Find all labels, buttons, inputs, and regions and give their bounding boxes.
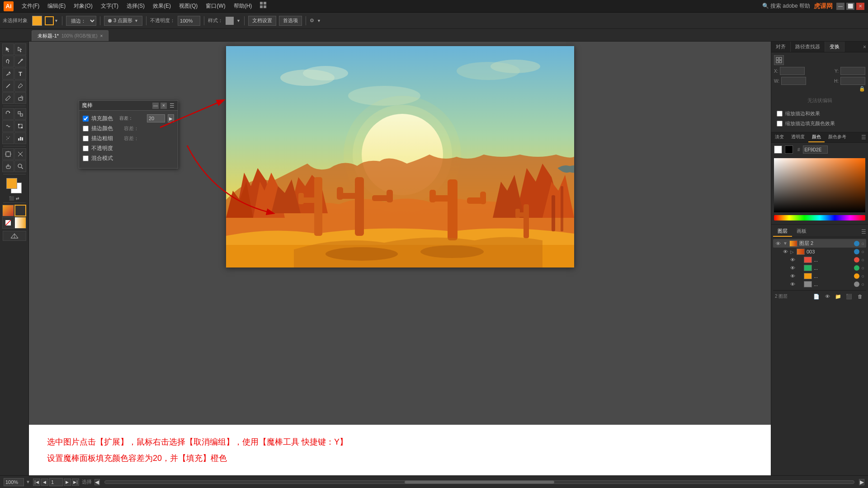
- color-dot-003[interactable]: [854, 249, 859, 254]
- fade-tab[interactable]: 淡变: [771, 132, 788, 142]
- gradient-fill-btn[interactable]: [14, 217, 26, 229]
- extra-arrow[interactable]: ▼: [317, 19, 321, 23]
- add-layer-btn[interactable]: 📄: [812, 292, 821, 300]
- eye-icon-sub3[interactable]: 👁: [789, 273, 796, 279]
- menu-select[interactable]: 选择(S): [123, 1, 148, 11]
- delete-layer-btn[interactable]: 🗑: [855, 292, 864, 300]
- menu-edit[interactable]: 编辑(E): [44, 1, 69, 11]
- perspective-grid-btn[interactable]: [3, 231, 26, 241]
- layer-item-layer2[interactable]: 👁 ▼ 图层 2 ○: [773, 239, 866, 248]
- align-tab[interactable]: 对齐: [771, 42, 791, 52]
- style-swatch[interactable]: [226, 17, 234, 25]
- page-prev-btn[interactable]: ◀: [41, 479, 48, 486]
- layer-target-btn[interactable]: ⬛: [844, 292, 854, 300]
- column-graph-tool[interactable]: [14, 132, 26, 144]
- pen-tool[interactable]: [2, 68, 14, 80]
- stroke-color-checkbox[interactable]: [83, 126, 89, 131]
- eye-icon-sub4[interactable]: 👁: [789, 281, 796, 287]
- artboard-tab[interactable]: 画板: [792, 226, 811, 237]
- eye-icon-layer2[interactable]: 👁: [775, 240, 781, 247]
- hex-input[interactable]: [803, 145, 828, 154]
- hand-tool[interactable]: [2, 160, 14, 172]
- line-tool[interactable]: [2, 80, 14, 92]
- black-swatch[interactable]: [785, 145, 793, 154]
- color-gradient[interactable]: [774, 158, 865, 212]
- zoom-dropdown[interactable]: ▼: [26, 479, 30, 484]
- fill-tolerance-input[interactable]: [147, 114, 165, 122]
- color-reference-tab[interactable]: 颜色参考: [825, 132, 850, 142]
- panel-close-x[interactable]: ×: [863, 44, 866, 50]
- scale-fill-checkbox[interactable]: [777, 121, 783, 127]
- layer-visibility-btn[interactable]: 👁: [823, 292, 832, 300]
- expand-003[interactable]: ▷: [790, 249, 795, 254]
- pathfinder-tab[interactable]: 路径查找器: [791, 42, 825, 52]
- expand-layer2[interactable]: ▼: [783, 241, 788, 246]
- lasso-tool[interactable]: [2, 56, 14, 67]
- warp-tool[interactable]: [2, 120, 14, 132]
- document-tab[interactable]: 未标题-1* 100% (RGB/预览) ×: [32, 30, 108, 41]
- text-tool[interactable]: T: [14, 68, 26, 80]
- stroke-width-checkbox[interactable]: [83, 136, 89, 141]
- color-panel-menu[interactable]: ☰: [861, 132, 868, 142]
- color-dot-sub1[interactable]: [854, 257, 859, 263]
- w-input[interactable]: [781, 77, 806, 85]
- layer-003-o[interactable]: ○: [861, 249, 864, 254]
- sub1-o[interactable]: ○: [861, 257, 864, 263]
- layer-panel-menu[interactable]: ☰: [861, 226, 866, 237]
- h-input[interactable]: [840, 77, 865, 85]
- transform-tab[interactable]: 变换: [825, 42, 844, 52]
- layer-lock-icon[interactable]: ○: [861, 241, 864, 246]
- close-button[interactable]: ✕: [856, 3, 864, 10]
- layer-item-sub3[interactable]: 👁 ... ○: [788, 272, 866, 280]
- direct-selection-tool[interactable]: [14, 43, 26, 55]
- white-swatch[interactable]: [774, 145, 782, 154]
- tab-close-button[interactable]: ×: [100, 33, 103, 38]
- color-dot-sub4[interactable]: [854, 282, 859, 287]
- stroke-mode-btn[interactable]: [14, 205, 26, 216]
- layer-item-sub1[interactable]: 👁 ... ○: [788, 256, 866, 264]
- foreground-background-color[interactable]: [6, 178, 23, 194]
- doc-settings-button[interactable]: 文档设置: [248, 16, 276, 26]
- sub2-o[interactable]: ○: [861, 265, 864, 271]
- scroll-right-btn[interactable]: ▶: [859, 479, 864, 485]
- rotate-tool[interactable]: [2, 108, 14, 120]
- layer-item-003[interactable]: 👁 ▷ 003 ○: [780, 248, 866, 256]
- scale-tool[interactable]: [14, 108, 26, 120]
- slice-tool[interactable]: [14, 148, 26, 160]
- swap-colors-icon[interactable]: ⇄: [16, 196, 19, 201]
- y-input[interactable]: [840, 67, 865, 75]
- page-next-btn[interactable]: ▶: [64, 479, 71, 486]
- preferences-button[interactable]: 首选项: [279, 16, 302, 26]
- opacity-input[interactable]: [178, 16, 200, 26]
- menu-object[interactable]: 对象(O): [70, 1, 96, 11]
- blend-mode-checkbox[interactable]: [83, 155, 89, 161]
- panel-menu-btn[interactable]: ☰: [169, 103, 175, 109]
- color-dot-sub2[interactable]: [854, 265, 859, 271]
- opacity-checkbox[interactable]: [83, 145, 89, 151]
- interpolation-dropdown[interactable]: 描边：: [66, 16, 96, 26]
- zoom-input[interactable]: [4, 478, 24, 486]
- symbol-spray-tool[interactable]: [2, 132, 14, 144]
- search-icon[interactable]: 🔍 搜索 adobe 帮助: [762, 2, 810, 10]
- restore-button[interactable]: ⬜: [846, 3, 854, 10]
- scroll-left-btn[interactable]: ◀: [94, 479, 100, 485]
- artboard-tool[interactable]: [2, 148, 14, 160]
- menu-help[interactable]: 帮助(H): [230, 1, 256, 11]
- dot-dropdown-arrow[interactable]: ▼: [134, 19, 138, 23]
- menu-text[interactable]: 文字(T): [97, 1, 122, 11]
- eye-icon-003[interactable]: 👁: [782, 249, 788, 255]
- page-first-btn[interactable]: |◀: [33, 479, 40, 486]
- layer-folder-btn[interactable]: 📁: [834, 292, 843, 300]
- page-last-btn[interactable]: ▶|: [72, 479, 79, 486]
- sub3-o[interactable]: ○: [861, 273, 864, 279]
- layers-tab[interactable]: 图层: [773, 226, 792, 237]
- stroke-arrow-icon[interactable]: ▼: [54, 19, 58, 23]
- panel-minimize-btn[interactable]: —: [152, 103, 159, 109]
- eye-icon-sub2[interactable]: 👁: [789, 265, 796, 271]
- minimize-button[interactable]: —: [836, 3, 844, 10]
- panel-close-btn[interactable]: ×: [160, 103, 167, 109]
- menu-file[interactable]: 文件(F): [18, 1, 43, 11]
- color-dot-sub3[interactable]: [854, 273, 859, 279]
- page-input[interactable]: [49, 478, 63, 486]
- horizontal-scrollbar[interactable]: [104, 480, 854, 484]
